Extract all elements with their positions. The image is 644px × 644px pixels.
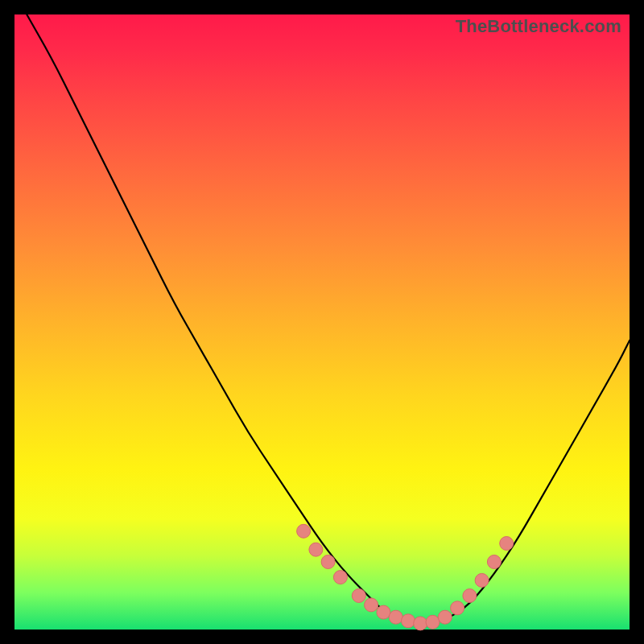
highlight-dot — [438, 610, 452, 624]
highlight-dot — [451, 601, 464, 615]
highlight-dot — [402, 614, 415, 628]
highlight-dot — [389, 610, 402, 624]
bottleneck-curve — [27, 14, 630, 622]
highlight-dot — [377, 605, 390, 619]
highlight-dot — [463, 589, 477, 603]
highlight-dot — [426, 615, 440, 629]
highlight-dot — [321, 555, 335, 569]
highlight-dot — [352, 589, 365, 603]
highlight-dot-group — [297, 524, 514, 630]
highlight-dot — [475, 573, 489, 587]
highlight-dot — [365, 598, 378, 612]
highlight-dot — [487, 555, 501, 569]
highlight-dot — [333, 571, 347, 584]
highlight-dot — [414, 617, 427, 630]
plot-area: TheBottleneck.com — [14, 14, 630, 630]
highlight-dot — [297, 524, 311, 538]
highlight-dot — [309, 543, 323, 556]
chart-frame: TheBottleneck.com — [0, 0, 644, 644]
chart-svg — [14, 14, 630, 630]
highlight-dot — [500, 537, 514, 551]
